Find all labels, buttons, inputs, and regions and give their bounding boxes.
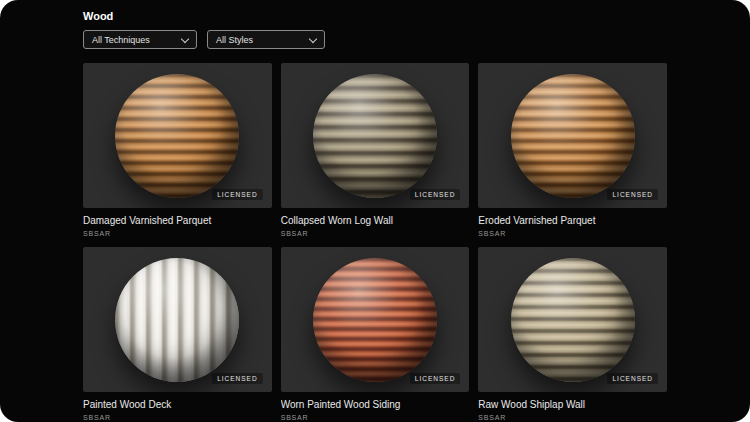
app-window: Wood All Techniques All Styles LICENSED … <box>0 0 750 422</box>
chevron-down-icon <box>181 34 189 42</box>
material-thumbnail[interactable]: LICENSED <box>83 247 272 392</box>
licensed-badge: LICENSED <box>607 189 658 200</box>
material-format: SBSAR <box>281 229 470 238</box>
material-thumbnail[interactable]: LICENSED <box>478 247 667 392</box>
material-thumbnail[interactable]: LICENSED <box>478 63 667 208</box>
material-thumbnail[interactable]: LICENSED <box>281 247 470 392</box>
licensed-badge: LICENSED <box>410 373 461 384</box>
material-card[interactable]: LICENSED Raw Wood Shiplap Wall SBSAR <box>478 247 667 422</box>
material-title[interactable]: Raw Wood Shiplap Wall <box>478 399 667 411</box>
filter-bar: All Techniques All Styles <box>83 30 667 49</box>
material-title[interactable]: Painted Wood Deck <box>83 399 272 411</box>
techniques-dropdown[interactable]: All Techniques <box>83 30 197 49</box>
material-card[interactable]: LICENSED Worn Painted Wood Siding SBSAR <box>281 247 470 422</box>
licensed-badge: LICENSED <box>212 373 263 384</box>
material-format: SBSAR <box>83 229 272 238</box>
licensed-badge: LICENSED <box>607 373 658 384</box>
techniques-dropdown-label: All Techniques <box>92 35 150 45</box>
material-sphere <box>115 258 239 382</box>
styles-dropdown[interactable]: All Styles <box>207 30 325 49</box>
page-title: Wood <box>83 10 667 23</box>
material-format: SBSAR <box>478 413 667 422</box>
material-card[interactable]: LICENSED Painted Wood Deck SBSAR <box>83 247 272 422</box>
material-card[interactable]: LICENSED Damaged Varnished Parquet SBSAR <box>83 63 272 247</box>
material-format: SBSAR <box>83 413 272 422</box>
chevron-down-icon <box>309 34 317 42</box>
material-thumbnail[interactable]: LICENSED <box>281 63 470 208</box>
material-title[interactable]: Collapsed Worn Log Wall <box>281 215 470 227</box>
licensed-badge: LICENSED <box>410 189 461 200</box>
material-title[interactable]: Worn Painted Wood Siding <box>281 399 470 411</box>
materials-grid: LICENSED Damaged Varnished Parquet SBSAR… <box>83 63 667 422</box>
material-format: SBSAR <box>281 413 470 422</box>
material-sphere <box>115 74 239 198</box>
material-title[interactable]: Damaged Varnished Parquet <box>83 215 272 227</box>
licensed-badge: LICENSED <box>212 189 263 200</box>
material-sphere <box>511 258 635 382</box>
material-sphere <box>313 74 437 198</box>
material-format: SBSAR <box>478 229 667 238</box>
material-title[interactable]: Eroded Varnished Parquet <box>478 215 667 227</box>
styles-dropdown-label: All Styles <box>216 35 253 45</box>
material-card[interactable]: LICENSED Eroded Varnished Parquet SBSAR <box>478 63 667 247</box>
material-card[interactable]: LICENSED Collapsed Worn Log Wall SBSAR <box>281 63 470 247</box>
material-sphere <box>313 258 437 382</box>
material-thumbnail[interactable]: LICENSED <box>83 63 272 208</box>
material-sphere <box>511 74 635 198</box>
